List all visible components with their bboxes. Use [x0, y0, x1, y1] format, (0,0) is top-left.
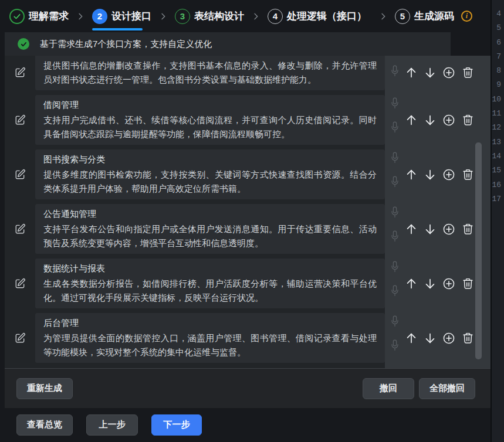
edit-icon[interactable] — [5, 313, 35, 363]
interface-title-field[interactable]: 后台管理 — [43, 316, 377, 330]
move-down-icon[interactable] — [424, 277, 437, 290]
move-up-icon[interactable] — [405, 332, 418, 345]
line-number: 8 — [492, 64, 504, 78]
microphone-icon[interactable] — [390, 338, 400, 353]
microphone-icon[interactable] — [390, 151, 400, 165]
move-down-icon[interactable] — [424, 332, 437, 345]
line-number: 4 — [492, 7, 504, 21]
interface-description-field[interactable]: 为管理员提供全面的数据管控入口，涵盖用户管理、图书管理、借阅记录查看与处理等功能… — [43, 331, 377, 359]
footer-nav: 查看总览 上一步 下一步 — [5, 408, 491, 441]
microphone-icon[interactable] — [390, 314, 400, 329]
line-number: 12 — [492, 121, 504, 135]
add-icon[interactable] — [442, 223, 455, 236]
interface-description-field[interactable]: 支持平台发布公告和向指定用户或全体用户发送消息通知。用于传达重要信息、活动预告及… — [43, 222, 377, 250]
edit-icon[interactable] — [5, 56, 35, 90]
step-processing-logic[interactable]: 4 处理逻辑（接口） — [266, 0, 368, 32]
line-number: 13 — [492, 135, 504, 149]
generation-notice-bar: 基于需求生成7个接口方案，支持自定义优化 — [5, 32, 451, 56]
interface-card[interactable]: 图书搜索与分类 提供多维度的图书检索功能，支持按类别、关键词等方式快速查找图书资… — [35, 149, 385, 199]
delete-icon[interactable] — [461, 66, 474, 79]
regenerate-button[interactable]: 重新生成 — [16, 378, 73, 399]
microphone-icon[interactable] — [390, 229, 400, 244]
add-icon[interactable] — [442, 114, 455, 127]
view-overview-button[interactable]: 查看总览 — [16, 414, 73, 436]
interface-card[interactable]: 公告通知管理 支持平台发布公告和向指定用户或全体用户发送消息通知。用于传达重要信… — [35, 204, 385, 254]
interface-card[interactable]: 借阅管理 支持用户完成借书、还书、续借等核心借阅流程，并可查询个人历史借阅记录。… — [35, 95, 385, 145]
add-icon[interactable] — [442, 332, 455, 345]
interface-title-field[interactable]: 数据统计与报表 — [43, 261, 377, 276]
chevron-right-icon — [378, 12, 388, 21]
line-number: 7 — [492, 50, 504, 64]
delete-icon[interactable] — [461, 168, 474, 181]
step-number-badge: 5 — [395, 9, 410, 24]
chevron-right-icon — [76, 12, 85, 21]
undo-button[interactable]: 撤回 — [363, 378, 414, 399]
add-icon[interactable] — [442, 168, 455, 181]
move-down-icon[interactable] — [424, 66, 437, 79]
add-icon[interactable] — [442, 66, 455, 79]
next-step-button[interactable]: 下一步 — [151, 414, 202, 436]
scrollbar-thumb[interactable] — [475, 142, 482, 359]
interface-title-field[interactable]: 图书搜索与分类 — [43, 152, 377, 166]
step-number-badge: 2 — [92, 9, 107, 24]
move-up-icon[interactable] — [405, 277, 418, 290]
move-down-icon[interactable] — [424, 168, 437, 181]
step-table-structure[interactable]: 3 表结构设计 — [174, 0, 245, 32]
microphone-icon[interactable] — [390, 260, 400, 274]
interface-title-field[interactable]: 公告通知管理 — [43, 207, 377, 221]
move-down-icon[interactable] — [424, 223, 437, 236]
edit-icon[interactable] — [5, 95, 35, 145]
edit-icon[interactable] — [5, 259, 35, 308]
interface-description-field[interactable]: 提供图书信息的增删改查操作，支持图书基本信息的录入、修改与删除，并允许管理员对图… — [43, 59, 377, 87]
interface-card-row: 公告通知管理 支持平台发布公告和向指定用户或全体用户发送消息通知。用于传达重要信… — [5, 204, 491, 254]
move-up-icon[interactable] — [405, 114, 418, 127]
line-number: 9 — [492, 78, 504, 92]
interface-description-field[interactable]: 提供多维度的图书检索功能，支持按类别、关键词等方式快速查找图书资源。结合分类体系… — [43, 168, 377, 196]
move-down-icon[interactable] — [424, 114, 437, 127]
edit-icon[interactable] — [5, 204, 35, 254]
move-up-icon[interactable] — [405, 168, 418, 181]
info-icon[interactable]: i — [461, 11, 472, 22]
step-number-badge: 4 — [268, 9, 283, 24]
edit-icon[interactable] — [5, 149, 35, 199]
microphone-icon[interactable] — [390, 120, 400, 135]
line-number: 15 — [492, 164, 504, 178]
step-design-interface[interactable]: 2 设计接口 — [91, 0, 153, 32]
interface-title-field[interactable]: 借阅管理 — [43, 98, 377, 112]
interface-card[interactable]: 提供图书信息的增删改查操作，支持图书基本信息的录入、修改与删除，并允许管理员对图… — [35, 56, 385, 90]
line-number: 10 — [492, 93, 504, 107]
wizard-stepper: 理解需求 2 设计接口 3 表结构设计 4 处理逻辑（接口） — [5, 0, 491, 32]
move-up-icon[interactable] — [405, 66, 418, 79]
interface-card[interactable]: 后台管理 为管理员提供全面的数据管控入口，涵盖用户管理、图书管理、借阅记录查看与… — [35, 313, 385, 363]
interface-description-field[interactable]: 支持用户完成借书、还书、续借等核心借阅流程，并可查询个人历史借阅记录。同时具备借… — [43, 113, 377, 141]
delete-icon[interactable] — [461, 332, 474, 345]
move-up-icon[interactable] — [405, 223, 418, 236]
interface-card-row: 提供图书信息的增删改查操作，支持图书基本信息的录入、修改与删除，并允许管理员对图… — [5, 56, 491, 90]
chevron-right-icon — [251, 12, 261, 21]
interface-description-field[interactable]: 生成各类数据分析报告，如借阅排行榜、用户活跃度分析等，辅助运营决策和平台优化。通… — [43, 277, 377, 305]
line-number: 14 — [492, 149, 504, 164]
step-understand-requirements[interactable]: 理解需求 — [8, 0, 70, 32]
step-label: 处理逻辑（接口） — [287, 9, 367, 23]
step-label: 设计接口 — [111, 9, 151, 23]
line-number: 5 — [492, 21, 504, 35]
success-check-icon — [18, 38, 29, 50]
microphone-icon[interactable] — [390, 64, 400, 79]
delete-icon[interactable] — [461, 223, 474, 236]
app-window: 4 5 6 7 8 9 10 11 12 13 14 15 16 17 理解需求 — [0, 0, 504, 442]
wizard-panel: 理解需求 2 设计接口 3 表结构设计 4 处理逻辑（接口） — [5, 0, 491, 442]
microphone-icon[interactable] — [390, 96, 400, 111]
delete-icon[interactable] — [461, 277, 474, 290]
undo-all-button[interactable]: 全部撤回 — [419, 378, 475, 399]
microphone-icon[interactable] — [390, 205, 400, 220]
interface-card[interactable]: 数据统计与报表 生成各类数据分析报告，如借阅排行榜、用户活跃度分析等，辅助运营决… — [35, 259, 385, 308]
previous-step-button[interactable]: 上一步 — [86, 414, 138, 436]
step-generate-source[interactable]: 5 生成源码 — [394, 0, 455, 32]
microphone-icon[interactable] — [390, 284, 400, 298]
step-number-badge: 3 — [175, 9, 190, 24]
line-number: 11 — [492, 107, 504, 121]
add-icon[interactable] — [442, 277, 455, 290]
check-circle-icon — [9, 9, 25, 24]
delete-icon[interactable] — [461, 114, 474, 127]
microphone-icon[interactable] — [390, 175, 400, 189]
